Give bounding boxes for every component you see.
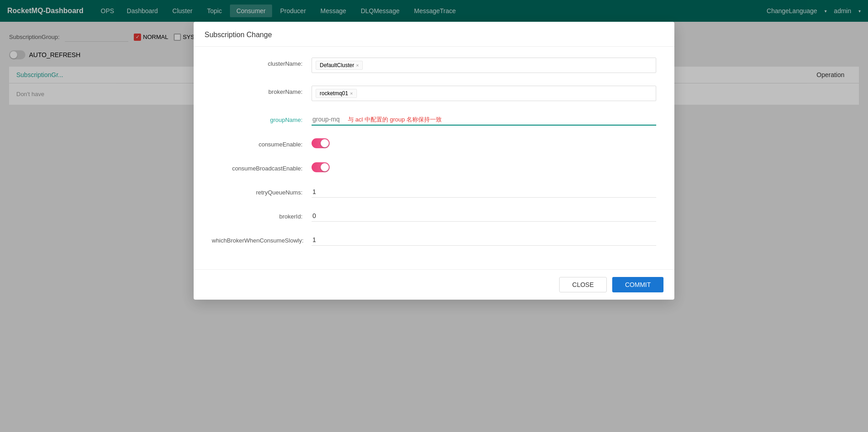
modal-title: Subscription Change xyxy=(205,31,272,39)
broker-name-label: brokerName: xyxy=(212,86,312,95)
cluster-name-tag: DefaultCluster × xyxy=(316,61,363,70)
broker-name-field: rocketmq01 × xyxy=(312,86,656,101)
modal-overlay: Subscription Change clusterName: Default… xyxy=(0,0,868,114)
cluster-name-tag-input[interactable]: DefaultCluster × xyxy=(312,58,656,73)
broker-name-tag-close[interactable]: × xyxy=(350,91,353,96)
subscription-change-modal: Subscription Change clusterName: Default… xyxy=(194,22,674,114)
form-row-broker-name: brokerName: rocketmq01 × xyxy=(212,86,656,101)
broker-name-tag: rocketmq01 × xyxy=(316,89,357,98)
modal-header: Subscription Change xyxy=(194,22,674,47)
cluster-name-label: clusterName: xyxy=(212,58,312,67)
form-row-cluster-name: clusterName: DefaultCluster × xyxy=(212,58,656,73)
cluster-name-field: DefaultCluster × xyxy=(312,58,656,73)
modal-body: clusterName: DefaultCluster × brokerName… xyxy=(194,47,674,114)
cluster-name-tag-close[interactable]: × xyxy=(356,63,359,68)
broker-name-tag-text: rocketmq01 xyxy=(320,90,348,97)
broker-name-tag-input[interactable]: rocketmq01 × xyxy=(312,86,656,101)
cluster-name-tag-text: DefaultCluster xyxy=(320,62,354,68)
